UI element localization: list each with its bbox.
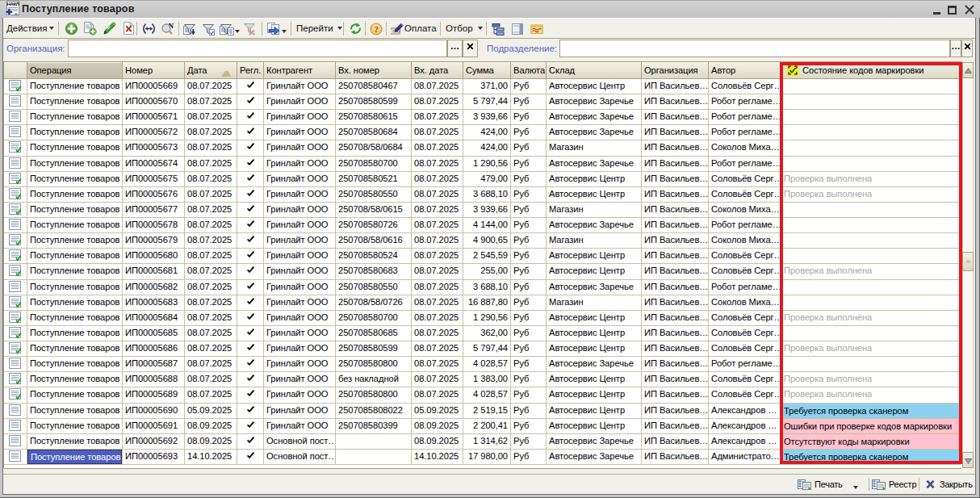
svg-text:НАКЛ: НАКЛ [7, 2, 19, 6]
svg-text:?: ? [374, 25, 378, 34]
